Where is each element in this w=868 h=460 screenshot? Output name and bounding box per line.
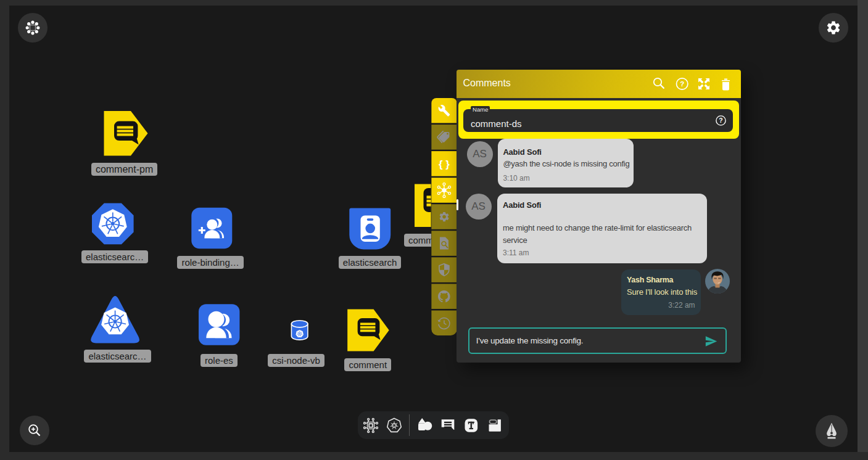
svg-text:?: ? xyxy=(680,80,684,88)
svg-text:?: ? xyxy=(719,117,722,125)
svg-text:{ }: { } xyxy=(438,158,449,170)
